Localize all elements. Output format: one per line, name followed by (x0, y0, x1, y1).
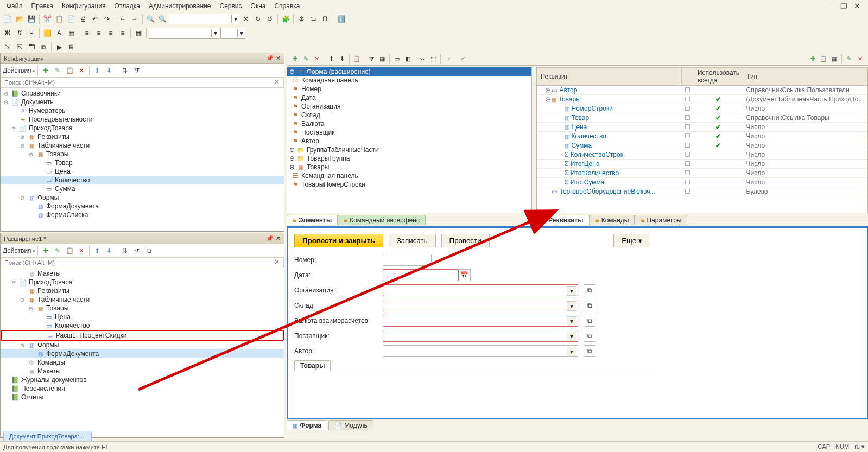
attr-row[interactable]: Цена ☐ ✔ Число (537, 123, 867, 132)
font-combo[interactable]: ▾ (149, 28, 219, 39)
menu-admin[interactable]: Администрирование (144, 1, 215, 11)
form-tree-item[interactable]: ⊖ТоварыГруппа (287, 154, 531, 163)
panel-close-icon[interactable]: ✕ (276, 235, 281, 242)
attr-row[interactable]: ИтогКоличество ☐ Число (537, 169, 867, 178)
line-icon[interactable]: ⟋ (443, 54, 453, 64)
tree-item[interactable]: Нумераторы (1, 106, 284, 115)
actions-button[interactable]: Действия (3, 67, 35, 74)
color-icon[interactable]: A (54, 28, 65, 39)
post-button[interactable]: Провести (441, 234, 490, 247)
tree-item[interactable]: ⊖Формы (1, 193, 284, 202)
down-icon[interactable]: ⬇ (104, 65, 115, 76)
form-tree-item[interactable]: Валюта (287, 119, 531, 128)
chevron-down-icon[interactable]: ▾ (567, 301, 576, 311)
up-icon[interactable]: ⬆ (92, 245, 103, 256)
col-always[interactable]: Использовать всегда (694, 68, 743, 86)
under-icon[interactable]: Ч (26, 28, 37, 39)
r-add-icon[interactable]: ✚ (808, 54, 818, 64)
view-b[interactable]: ◧ (403, 54, 413, 64)
form-tree-item[interactable]: Дата (287, 93, 531, 102)
status-lang[interactable]: ru ▾ (854, 443, 865, 450)
copy-icon[interactable]: 📋 (64, 65, 75, 76)
tool-a[interactable]: ↺ (264, 14, 275, 24)
delete-icon[interactable]: ✕ (312, 54, 321, 64)
tab[interactable]: Форма (287, 420, 327, 430)
save-button[interactable]: Записать (389, 234, 436, 247)
arrow-right-icon[interactable]: → (129, 14, 140, 24)
clear-icon[interactable]: ✕ (274, 258, 282, 266)
tab[interactable]: Модуль (328, 420, 373, 430)
shape-icon[interactable]: ⬚ (428, 54, 438, 64)
menu-windows[interactable]: Окна (246, 1, 270, 11)
actions-button[interactable]: Действия (3, 247, 35, 254)
tree-item[interactable]: Команды (1, 358, 284, 367)
merge-icon[interactable]: ▦ (133, 28, 144, 39)
tree-item[interactable]: ⊖Формы (1, 341, 284, 349)
tree-item[interactable]: ФормаСписка (1, 211, 284, 219)
attr-row[interactable]: ⊕Автор ☐ СправочникСсылка.Пользователи (537, 86, 867, 95)
tool-d[interactable]: 🗂 (308, 14, 319, 24)
r-copy-icon[interactable]: 📋 (819, 54, 828, 64)
redo-icon[interactable]: ↷ (102, 14, 112, 24)
tool-b[interactable]: 🧩 (280, 14, 291, 24)
form-tree-item[interactable]: ⊖Товары (287, 163, 531, 171)
form-tree-item[interactable]: Номер (287, 85, 531, 93)
r-col-icon[interactable]: ▦ (829, 54, 839, 64)
play-icon[interactable]: ▶ (54, 42, 65, 53)
attr-row[interactable]: КоличествоСтрок ☐ Число (537, 150, 867, 160)
form-tree-root[interactable]: ⊖Форма (расширение) (287, 67, 531, 76)
open-ref-icon[interactable]: ⧉ (584, 315, 595, 327)
text-input[interactable] (383, 254, 432, 266)
sort-icon[interactable]: ⇅ (119, 65, 130, 76)
ref-input[interactable]: ▾ (383, 300, 578, 311)
clear-icon[interactable]: ✕ (274, 78, 282, 86)
edit-icon[interactable]: ✎ (52, 245, 63, 256)
paste-icon[interactable]: 📄 (66, 14, 77, 24)
tree-item[interactable]: ⊖ПриходТовара (1, 124, 284, 132)
sort-icon[interactable]: ⇅ (119, 245, 130, 256)
tree-item[interactable]: Реквизиты (1, 287, 284, 295)
attr-row[interactable]: Сумма ☐ ✔ Число (537, 141, 867, 150)
tree-item[interactable]: Перечисления (1, 384, 284, 393)
tree-item[interactable]: ФормаДокумента (1, 349, 284, 358)
r-edit-icon[interactable]: ✎ (844, 54, 854, 64)
align-right-icon[interactable]: ≡ (105, 28, 116, 39)
form-tree-item[interactable]: Поставщик (287, 128, 531, 137)
close-btn-icon[interactable]: ✕ (240, 14, 251, 24)
form-tree-item[interactable]: Организация (287, 102, 531, 111)
italic-icon[interactable]: К (14, 28, 25, 39)
menu-file[interactable]: Файл (2, 1, 27, 11)
more-button[interactable]: Еще ▾ (613, 234, 650, 247)
open-ref-icon[interactable]: ⧉ (584, 345, 595, 357)
open-ref-icon[interactable]: ⧉ (584, 300, 595, 311)
edit-icon[interactable]: ✎ (52, 65, 63, 76)
search-combo[interactable]: ▾ (169, 14, 239, 24)
tree-item[interactable]: Цена (1, 167, 284, 176)
view-a[interactable]: ▭ (392, 54, 402, 64)
tree-item[interactable]: Количество (1, 321, 284, 330)
attr-row[interactable]: ⊖Товары ☐ ✔ (ДокументТабличнаяЧасть.Прих… (537, 95, 867, 104)
zoom-icon[interactable]: 🔍 (157, 14, 168, 24)
attr-row[interactable]: НомерСтроки ☐ ✔ Число (537, 104, 867, 113)
stop-icon[interactable]: 🖥 (66, 42, 77, 53)
tree-item[interactable]: ⊖Табличные части (1, 295, 284, 304)
form-tree-item[interactable]: Склад (287, 111, 531, 119)
open-icon[interactable]: 📂 (14, 14, 25, 24)
tree-item[interactable]: Макеты (1, 367, 284, 375)
menu-debug[interactable]: Отладка (110, 1, 144, 11)
menu-config[interactable]: Конфигурация (58, 1, 110, 11)
tab[interactable]: Реквизиты (536, 215, 590, 225)
tree-item[interactable]: Макеты (1, 269, 284, 278)
align-center-icon[interactable]: ≡ (93, 28, 104, 39)
tree-item[interactable]: ФормаДокумента (1, 202, 284, 211)
print-icon[interactable]: 🖨 (78, 14, 88, 24)
tool-e[interactable]: 🗒 (320, 14, 331, 24)
tree-item[interactable]: Журналы документов (1, 375, 284, 384)
delete-icon[interactable]: ✕ (76, 245, 87, 256)
restore-icon[interactable]: ❐ (838, 2, 850, 10)
menu-service[interactable]: Сервис (215, 1, 246, 11)
form-tree-item[interactable]: ТоварыНомерСтроки (287, 180, 531, 189)
minimize-icon[interactable]: – (827, 2, 836, 10)
col-use[interactable] (681, 68, 694, 86)
down-icon[interactable]: ⬇ (337, 54, 347, 64)
